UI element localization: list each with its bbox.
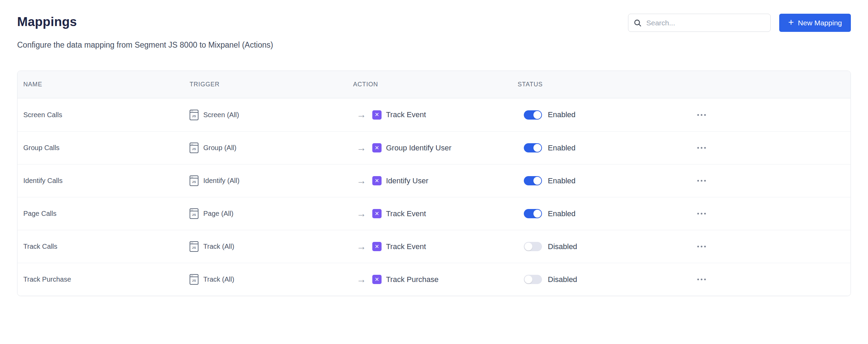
row-menu-cell [696,177,851,184]
table-row: Screen Calls JS Screen (All) → ✕ Track E… [17,98,851,131]
status-cell: Enabled [518,209,696,218]
browser-window-bar-icon [190,209,198,211]
status-label: Enabled [548,144,576,152]
toggle-knob [525,275,532,283]
row-menu-cell [696,276,851,283]
toolbar-controls: + New Mapping [628,14,851,32]
js-source-icon: JS [190,175,198,186]
mappings-table: NAME TRIGGER ACTION STATUS Screen Calls … [17,71,851,296]
browser-window-bar-icon [190,143,198,146]
mixpanel-x-glyph: ✕ [375,211,379,217]
trigger-label: Page (All) [203,210,233,218]
browser-window-bar-icon [190,110,198,113]
name-cell: Track Purchase [17,275,190,283]
arrow-right-icon: → [357,275,366,284]
action-cell: → ✕ Track Event [353,110,518,120]
status-cell: Enabled [518,176,696,185]
search-input[interactable] [628,14,771,32]
toggle-knob [533,144,541,152]
browser-window-bar-icon [190,242,198,244]
column-header-action: ACTION [353,81,518,88]
arrow-right-icon: → [357,110,366,120]
status-cell: Disabled [518,275,696,284]
action-cell: → ✕ Track Purchase [353,275,518,284]
trigger-cell: JS Track (All) [190,241,353,252]
action-label: Group Identify User [386,144,451,152]
browser-window-bar-icon [190,275,198,277]
trigger-label: Track (All) [203,275,234,283]
status-label: Disabled [548,242,577,251]
table-row: Group Calls JS Group (All) → ✕ Group Ide… [17,131,851,164]
table-header-row: NAME TRIGGER ACTION STATUS [17,71,851,98]
trigger-label: Screen (All) [203,111,239,119]
status-label: Enabled [548,110,576,119]
mixpanel-x-glyph: ✕ [375,178,379,184]
mixpanel-x-glyph: ✕ [375,244,379,249]
status-toggle[interactable] [524,110,542,120]
name-cell: Track Calls [17,243,190,250]
row-menu-cell [696,111,851,119]
status-toggle[interactable] [524,209,542,218]
page-subtitle: Configure the data mapping from Segment … [17,40,273,50]
column-header-trigger: TRIGGER [190,81,353,88]
js-label: JS [190,244,198,251]
status-toggle[interactable] [524,176,542,185]
status-toggle[interactable] [524,275,542,284]
action-cell: → ✕ Identify User [353,176,518,186]
name-cell: Screen Calls [17,111,190,119]
mixpanel-icon: ✕ [372,209,382,218]
ellipsis-menu-icon[interactable] [696,276,707,283]
trigger-label: Identify (All) [203,177,240,185]
trigger-cell: JS Page (All) [190,208,353,219]
table-row: Page Calls JS Page (All) → ✕ Track Event [17,197,851,230]
search-icon [634,19,642,27]
toggle-knob [533,177,541,185]
status-toggle[interactable] [524,242,542,251]
mapping-name: Page Calls [23,210,57,218]
js-source-icon: JS [190,110,198,120]
status-cell: Disabled [518,242,696,251]
action-label: Track Event [386,110,426,119]
mapping-name: Group Calls [23,144,60,152]
top-bar: Mappings Configure the data mapping from… [17,14,851,50]
action-cell: → ✕ Track Event [353,209,518,219]
js-source-icon: JS [190,208,198,219]
trigger-cell: JS Group (All) [190,143,353,153]
js-label: JS [190,277,198,284]
trigger-cell: JS Identify (All) [190,175,353,186]
title-block: Mappings Configure the data mapping from… [17,14,273,50]
action-cell: → ✕ Group Identify User [353,143,518,153]
new-mapping-button[interactable]: + New Mapping [779,14,851,32]
js-label: JS [190,179,198,185]
action-cell: → ✕ Track Event [353,242,518,251]
toggle-knob [525,243,532,250]
mixpanel-x-glyph: ✕ [375,112,379,118]
name-cell: Page Calls [17,210,190,218]
name-cell: Group Calls [17,144,190,152]
ellipsis-menu-icon[interactable] [696,144,707,151]
search-box [628,14,771,32]
ellipsis-menu-icon[interactable] [696,111,707,119]
action-label: Track Event [386,209,426,218]
status-toggle[interactable] [524,143,542,152]
row-menu-cell [696,144,851,151]
js-source-icon: JS [190,143,198,153]
toggle-knob [533,210,541,218]
mapping-name: Track Calls [23,243,57,250]
ellipsis-menu-icon[interactable] [696,177,707,184]
row-menu-cell [696,243,851,250]
status-cell: Enabled [518,143,696,152]
mixpanel-icon: ✕ [372,242,382,251]
name-cell: Identify Calls [17,177,190,185]
action-label: Identify User [386,176,429,185]
status-label: Enabled [548,176,576,185]
mixpanel-x-glyph: ✕ [375,145,379,151]
mixpanel-icon: ✕ [372,110,382,120]
mapping-name: Screen Calls [23,111,62,119]
table-row: Track Purchase JS Track (All) → ✕ Track … [17,263,851,296]
action-label: Track Purchase [386,275,438,284]
trigger-label: Group (All) [203,144,237,152]
ellipsis-menu-icon[interactable] [696,243,707,250]
trigger-cell: JS Screen (All) [190,110,353,120]
ellipsis-menu-icon[interactable] [696,210,707,217]
